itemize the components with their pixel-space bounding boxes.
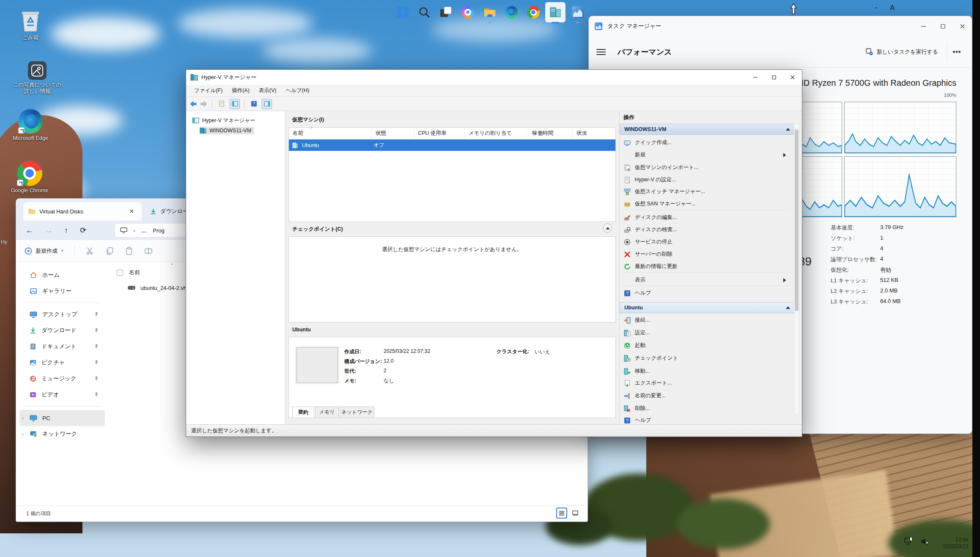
action-help[interactable]: ? ヘルプ [620,287,792,299]
action-vm-settings[interactable]: 設定... [620,327,792,339]
column-cpu[interactable]: CPU 使用率 [414,128,465,139]
explorer-tab-virtual-hard-disks[interactable]: Virtual Hard Disks ✕ [23,202,142,221]
column-header-name[interactable]: 名前 [129,269,140,276]
hidden-icons-chevron[interactable]: ⌃ [874,6,879,13]
menu-hamburger-icon[interactable] [596,47,606,57]
chevron-right-icon[interactable]: › [22,431,24,437]
column-uptime[interactable]: 稼働時間 [528,128,573,139]
sidebar-item-downloads[interactable]: ダウンロード [19,322,105,339]
sidebar-item-pc[interactable]: › PC [19,410,105,426]
maximize-button[interactable] [765,70,783,85]
chevron-right-icon[interactable]: › [22,415,24,420]
show-console-tree-icon[interactable] [230,99,240,109]
action-edit-disk[interactable]: ディスクの編集... [620,211,792,224]
sidebar-item-home[interactable]: ホーム [19,267,105,283]
edge-icon[interactable] [505,6,518,19]
menu-view[interactable]: 表示(V) [254,85,281,96]
close-button[interactable] [783,70,802,85]
breadcrumb-path[interactable]: Prog [153,227,164,234]
tab-summary[interactable]: 要約 [292,407,314,418]
copy-icon[interactable] [105,247,114,255]
chrome-icon[interactable] [527,6,540,19]
refresh-icon[interactable]: ⟳ [80,226,86,235]
back-icon[interactable] [189,101,197,107]
action-new[interactable]: 新規 [620,149,792,161]
help-icon[interactable]: ? [249,99,259,109]
action-inspect-disk[interactable]: ディスクの検査... [620,224,792,236]
forward-icon[interactable] [200,101,208,107]
tree-node-windows11-vm[interactable]: WINDOWS11-VM [186,126,285,136]
action-refresh[interactable]: 最新の情報に更新 [620,260,792,273]
desktop-icon-photo-info[interactable]: この写真についての 詳しい情報 [12,61,63,95]
network-tray-icon[interactable] [904,537,914,546]
sidebar-item-pictures[interactable]: ピクチャ [19,355,105,371]
rename-icon[interactable] [144,247,153,255]
minimize-button[interactable] [914,16,933,36]
details-view-button[interactable] [556,508,567,519]
more-options-icon[interactable]: ••• [947,44,967,60]
taskbar-clock[interactable]: 12:08 2025/03/22 [943,536,968,550]
icons-view-button[interactable] [570,508,581,519]
file-explorer-icon[interactable] [483,6,496,19]
start-button[interactable] [396,6,409,19]
sidebar-item-music[interactable]: ミュージック [19,371,105,387]
hyperv-manager-window[interactable]: Hyper-V マネージャー ファイル(F) 操作(A) 表示(V) ヘルプ(H… [186,69,802,437]
paste-icon[interactable] [125,247,133,255]
sidebar-item-documents[interactable]: ドキュメント [19,339,105,355]
desktop-icon-edge[interactable]: Microsoft Edge [5,109,56,142]
action-remove-server[interactable]: サーバーの削除 [620,248,792,260]
ime-indicator[interactable]: A [890,4,895,12]
action-vm-checkpoint[interactable]: チェックポイント [620,352,792,364]
action-hyperv-settings[interactable]: Hyper-V の設定... [620,174,792,186]
task-view-icon[interactable] [439,6,452,19]
menu-action[interactable]: 操作(A) [227,85,254,96]
tab-network[interactable]: ネットワーク [340,407,374,418]
desktop-icon-chrome[interactable]: Google Chrome [4,161,55,194]
action-quick-create[interactable]: クイック作成... [620,137,792,149]
export-list-icon[interactable] [217,99,227,109]
action-stop-service[interactable]: サービスの停止 [620,236,792,248]
action-vm-export[interactable]: エクスポート... [620,377,792,389]
column-status[interactable]: 状況 [573,128,615,139]
tab-close-icon[interactable]: ✕ [126,207,137,216]
collapse-checkpoints-button[interactable] [603,224,612,232]
actions-group-ubuntu[interactable]: Ubuntu [620,302,795,313]
vm-row-ubuntu[interactable]: Ubuntu オフ [289,139,615,151]
action-vm-start[interactable]: 起動 [620,339,792,352]
breadcrumb-ellipsis-icon[interactable]: … [141,227,147,234]
run-new-task-button[interactable]: 新しいタスクを実行する [866,48,947,56]
actions-scrollbar[interactable] [794,123,799,415]
select-all-checkbox[interactable] [117,270,123,276]
back-icon[interactable]: ← [25,226,33,235]
hyperv-manager-icon[interactable] [549,6,562,19]
action-import-vm[interactable]: 仮想マシンのインポート... [620,161,792,174]
up-icon[interactable]: ↑ [64,226,68,235]
tab-memory[interactable]: メモリ [315,407,339,418]
close-button[interactable] [953,16,972,36]
menu-help[interactable]: ヘルプ(H) [281,85,314,96]
cut-icon[interactable] [86,247,94,255]
action-virtual-switch-manager[interactable]: 仮想スイッチ マネージャー... [620,186,792,198]
minimize-button[interactable] [746,70,765,85]
action-vm-move[interactable]: 移動... [620,365,792,377]
action-vm-delete[interactable]: 削除... [620,402,792,415]
action-vm-rename[interactable]: 名前の変更... [620,390,792,402]
volume-muted-tray-icon[interactable] [920,538,930,545]
copilot-icon[interactable] [461,6,474,19]
search-icon[interactable] [418,6,431,19]
hyperv-title-bar[interactable]: Hyper-V マネージャー [186,70,802,85]
sidebar-item-network[interactable]: › ネットワーク [19,426,105,442]
menu-file[interactable]: ファイル(F) [189,85,227,96]
action-vm-connect[interactable]: 接続... [620,314,792,326]
sidebar-item-videos[interactable]: ビデオ [19,387,105,403]
column-state[interactable]: 状態 [372,128,414,139]
desktop-icon-partial-label[interactable]: Hy [1,239,7,245]
task-manager-title-bar[interactable]: タスク マネージャー [589,16,972,36]
column-memory[interactable]: メモリの割り当て [465,128,528,139]
sidebar-item-gallery[interactable]: ギャラリー [19,283,105,299]
desktop-icon-recycle-bin[interactable]: ごみ箱 [5,8,56,41]
tree-root-hyperv-manager[interactable]: Hyper-V マネージャー [186,115,285,126]
actions-group-server[interactable]: WINDOWS11-VM [620,124,795,135]
column-name[interactable]: 名前 [289,128,372,139]
new-item-button[interactable]: 新規作成 ˅ [25,247,63,255]
